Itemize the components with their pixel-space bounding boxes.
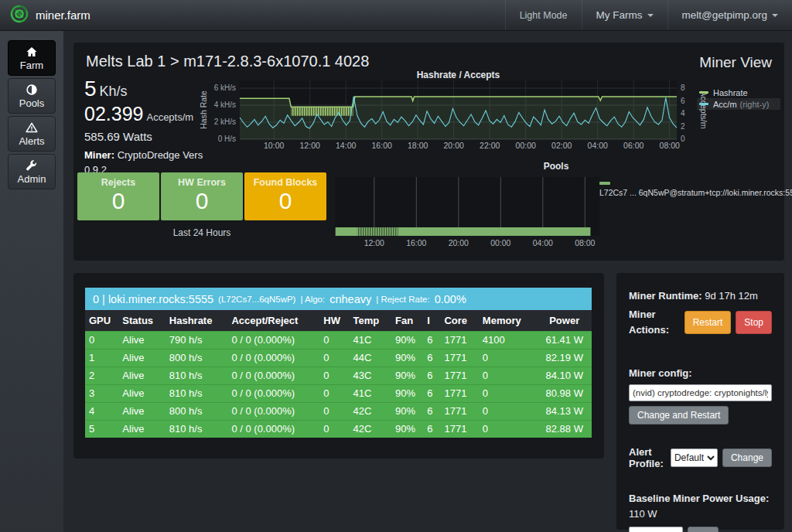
account-menu[interactable]: melt@getpimp.org — [667, 0, 792, 30]
alert-profile-select[interactable]: Default — [671, 448, 718, 467]
baseline-power-input[interactable] — [629, 527, 683, 532]
table-cell: 90% — [391, 349, 423, 367]
rejects-label: Rejects — [77, 172, 159, 188]
table-cell: Alive — [118, 384, 165, 402]
column-header-hw: HW — [319, 310, 349, 331]
pool-summary-part: | Reject Rate: — [376, 295, 429, 304]
sidebar-item-label: Alerts — [19, 135, 44, 147]
column-header-accept-reject: Accept/Reject — [227, 310, 319, 331]
table-cell: 90% — [391, 420, 423, 438]
change-and-restart-button[interactable]: Change and Restart — [629, 406, 729, 425]
found-blocks-value: 0 — [244, 188, 326, 214]
table-cell: 0 — [319, 349, 349, 367]
column-header-hashrate: Hashrate — [166, 310, 228, 331]
table-cell: 1 — [85, 349, 118, 367]
home-icon — [26, 46, 38, 58]
miner-farm-app: miner.farm Light Mode My Farms melt@getp… — [0, 0, 792, 532]
svg-text:04:00: 04:00 — [588, 141, 608, 150]
baseline-value: 110 W — [629, 508, 657, 520]
hw-errors-label: HW Errors — [161, 172, 243, 188]
legend-item-acc-m[interactable]: Acc/m(right-y) — [697, 98, 780, 110]
my-farms-menu[interactable]: My Farms — [582, 0, 667, 30]
table-cell: 41C — [350, 331, 391, 349]
table-cell: 0 — [479, 420, 538, 438]
svg-text:02:00: 02:00 — [551, 141, 572, 150]
table-cell: Alive — [118, 331, 165, 349]
pool-summary-part: (L72Cs7...6qN5wP) — [218, 295, 295, 304]
accepts-stat: 02.399Accepts/m — [84, 103, 216, 125]
pools-chart-legend[interactable]: L72Cs7 ... 6qN5wP@stratum+tcp://loki.min… — [599, 182, 782, 197]
svg-text:6: 6 — [681, 97, 685, 105]
table-cell: 6 — [423, 331, 440, 349]
svg-text:18:00: 18:00 — [408, 141, 428, 150]
found-blocks-card: Found Blocks 0 — [244, 172, 326, 220]
miner-overview-panel: Melts Lab 1 > m171-2.8.3-6x1070.1 4028 M… — [73, 43, 784, 261]
miner-config-input[interactable] — [629, 384, 772, 401]
set-baseline-button[interactable]: Set — [688, 527, 719, 532]
legend-suffix: (right-y) — [740, 100, 770, 109]
table-cell: 2 — [85, 367, 118, 384]
hw-errors-value: 0 — [161, 188, 243, 214]
sidebar-item-label: Farm — [20, 60, 43, 71]
sidebar-item-pools[interactable]: Pools — [8, 78, 56, 114]
svg-text:4: 4 — [681, 109, 685, 118]
rejects-card: Rejects 0 — [77, 172, 159, 220]
table-cell: 82.88 W — [537, 420, 592, 438]
column-header-fan: Fan — [391, 310, 423, 331]
legend-swatch — [599, 182, 610, 185]
hashrate-accepts-chart: 6 kH/s4 kH/s2 kH/s0 H/s8642010:0012:0014… — [200, 70, 784, 156]
table-cell: 80.98 W — [537, 384, 592, 402]
table-cell: 3 — [85, 384, 118, 402]
top-navbar: miner.farm Light Mode My Farms melt@getp… — [0, 0, 792, 31]
svg-text:20:00: 20:00 — [449, 238, 469, 247]
cards-caption: Last 24 Hours — [77, 227, 326, 238]
page-title: Miner View — [699, 54, 772, 71]
sidebar-item-admin[interactable]: Admin — [8, 154, 56, 189]
stop-button[interactable]: Stop — [736, 311, 772, 334]
hashrate-value: 5 — [84, 77, 97, 101]
restart-button[interactable]: Restart — [684, 311, 732, 334]
gpu-row: 2Alive810 h/s0 / 0 (0.000%)043C90%617710… — [85, 367, 592, 384]
table-cell: Alive — [118, 349, 165, 367]
table-cell: 790 h/s — [166, 331, 228, 349]
pool-summary-part: 0 | loki.miner.rocks:5555 — [93, 293, 213, 305]
column-header-memory: Memory — [479, 310, 538, 331]
pool-summary-part: | Algo: — [300, 295, 325, 304]
pool-summary-bar: 0 | loki.miner.rocks:5555(L72Cs7...6qN5w… — [85, 288, 592, 310]
accepts-unit: Accepts/m — [146, 111, 193, 123]
change-alert-profile-button[interactable]: Change — [722, 448, 772, 467]
gpu-row: 3Alive810 h/s0 / 0 (0.000%)041C90%617710… — [85, 384, 592, 402]
svg-text:8: 8 — [681, 84, 685, 92]
brand[interactable]: miner.farm — [0, 4, 90, 26]
table-cell: 1771 — [440, 331, 478, 349]
light-mode-toggle[interactable]: Light Mode — [505, 0, 582, 30]
table-cell: 0 — [479, 367, 538, 384]
hashrate-chart-legend: HashrateAcc/m(right-y) — [697, 87, 780, 110]
table-cell: 42C — [350, 402, 391, 420]
actions-label: Miner Actions: — [629, 307, 678, 338]
table-cell: 90% — [391, 402, 423, 420]
table-cell: 810 h/s — [166, 367, 228, 384]
table-cell: 0 — [319, 420, 349, 438]
svg-text:08:00: 08:00 — [660, 141, 680, 150]
svg-text:12:00: 12:00 — [364, 238, 384, 247]
table-cell: 6 — [423, 367, 440, 384]
svg-text:06:00: 06:00 — [623, 141, 644, 150]
chevron-down-icon — [647, 14, 654, 17]
svg-text:0: 0 — [681, 135, 685, 143]
table-cell: 43C — [350, 367, 391, 384]
table-cell: 0 — [479, 384, 538, 402]
table-cell: 0 — [85, 331, 118, 349]
sidebar-item-alerts[interactable]: Alerts — [8, 116, 56, 152]
table-cell: 800 h/s — [166, 349, 228, 367]
hashrate-stat: 5Kh/s — [84, 77, 216, 101]
breadcrumb[interactable]: Melts Lab 1 > m171-2.8.3-6x1070.1 4028 — [86, 53, 369, 70]
legend-item-hashrate[interactable]: Hashrate — [697, 87, 780, 98]
column-header-i: I — [423, 310, 440, 331]
column-header-power: Power — [537, 310, 592, 331]
miner-farm-logo-icon — [9, 4, 29, 26]
table-cell: 42C — [350, 420, 391, 438]
runtime-label: Miner Runtime: — [629, 290, 702, 302]
sidebar-item-farm[interactable]: Farm — [8, 40, 56, 76]
hw-errors-card: HW Errors 0 — [161, 172, 243, 220]
